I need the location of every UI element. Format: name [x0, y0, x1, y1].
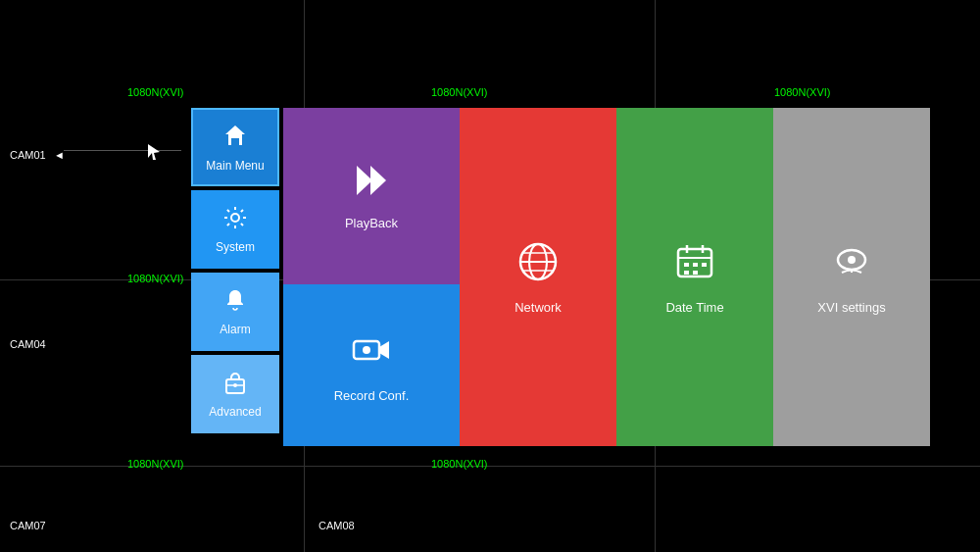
- svg-rect-16: [684, 263, 689, 267]
- svg-rect-17: [693, 263, 698, 267]
- calendar-icon: [673, 240, 716, 292]
- svg-point-1: [231, 214, 239, 222]
- cam-label-01: CAM01: [10, 149, 46, 161]
- gear-icon: [222, 205, 248, 236]
- menu-grid: PlayBack Network: [283, 108, 930, 446]
- cam-label-07: CAM07: [10, 520, 46, 531]
- network-item[interactable]: Network: [460, 108, 616, 446]
- resolution-ml: 1080N(XVI): [127, 273, 183, 284]
- cam01-line: [64, 150, 181, 151]
- cam-label-08: CAM08: [318, 520, 355, 531]
- network-label: Network: [514, 300, 562, 315]
- monitor-icon: [830, 240, 873, 292]
- resolution-tl: 1080N(XVI): [127, 86, 183, 98]
- resolution-tr: 1080N(XVI): [774, 86, 830, 98]
- globe-icon: [516, 240, 560, 292]
- xvi-item[interactable]: XVI settings: [773, 108, 930, 446]
- bag-icon: [222, 370, 248, 401]
- sidebar: Main Menu System Alarm: [191, 108, 279, 446]
- record-item[interactable]: Record Conf.: [283, 284, 460, 446]
- main-menu-overlay: Main Menu System Alarm: [191, 108, 930, 446]
- xvi-label: XVI settings: [817, 300, 885, 315]
- alarm-label: Alarm: [220, 323, 250, 336]
- datetime-item[interactable]: Date Time: [616, 108, 773, 446]
- svg-point-4: [233, 383, 237, 387]
- svg-point-25: [363, 346, 370, 354]
- play-icon: [351, 162, 392, 208]
- cam-label-04: CAM04: [10, 338, 46, 350]
- playback-item[interactable]: PlayBack: [283, 108, 460, 284]
- system-button[interactable]: System: [191, 190, 279, 269]
- resolution-tc: 1080N(XVI): [431, 86, 487, 98]
- camera-icon: [350, 328, 393, 380]
- record-label: Record Conf.: [334, 388, 410, 403]
- resolution-bc: 1080N(XVI): [431, 458, 487, 470]
- advanced-button[interactable]: Advanced: [191, 355, 279, 433]
- system-label: System: [216, 240, 255, 254]
- advanced-label: Advanced: [209, 405, 261, 419]
- resolution-bl: 1080N(XVI): [127, 458, 183, 470]
- svg-rect-19: [684, 271, 689, 275]
- svg-point-22: [848, 256, 856, 264]
- alarm-button[interactable]: Alarm: [191, 273, 279, 351]
- svg-rect-20: [693, 271, 698, 275]
- svg-marker-6: [370, 166, 386, 195]
- main-menu-label: Main Menu: [206, 159, 264, 173]
- home-icon: [221, 122, 249, 155]
- svg-rect-18: [702, 263, 707, 267]
- svg-marker-26: [148, 144, 160, 160]
- main-menu-button[interactable]: Main Menu: [191, 108, 279, 186]
- playback-label: PlayBack: [345, 216, 398, 230]
- svg-rect-0: [231, 138, 239, 145]
- datetime-label: Date Time: [665, 300, 723, 315]
- bell-icon: [222, 287, 248, 319]
- svg-marker-5: [357, 166, 372, 195]
